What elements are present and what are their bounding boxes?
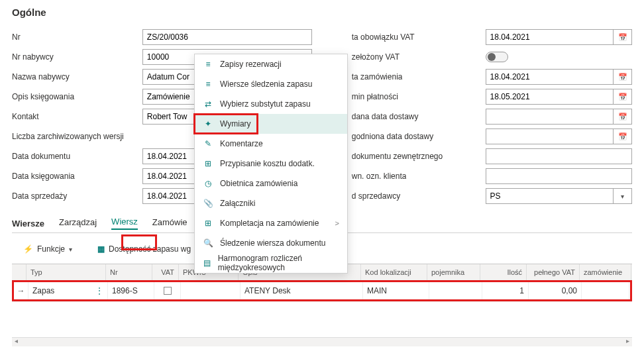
lines-section-label: Wiersze	[12, 219, 44, 229]
text-input[interactable]	[486, 148, 632, 164]
menu-icon: ◷	[203, 178, 213, 189]
menu-icon: ⊞	[203, 218, 213, 229]
cell-ilosc: 1	[482, 282, 529, 299]
highlight-row: → Zapas ⋮ 1896-S ATENY Desk MAIN 1 0,00	[12, 280, 632, 301]
cell-lok: MAIN	[363, 282, 429, 299]
cell-pelnvat: 0,00	[529, 282, 582, 299]
menu-icon: ≡	[203, 79, 213, 89]
col-kod-lok[interactable]: Kod lokalizacji	[361, 264, 427, 280]
dropdown-button[interactable]	[614, 188, 632, 204]
field-label: Data księgowania	[12, 172, 75, 181]
menu-label: Wybierz substytut zapasu	[220, 99, 311, 109]
menu-label: Śledzenie wiersza dokumentu	[220, 238, 325, 248]
menu-item[interactable]: 📎Załączniki	[195, 193, 347, 213]
cell-vat-checkbox[interactable]	[164, 287, 172, 295]
calendar-button[interactable]	[614, 109, 632, 125]
date-input[interactable]	[486, 109, 614, 125]
field-label: godniona data dostawy	[352, 132, 433, 141]
calendar-button[interactable]	[614, 89, 632, 105]
field-label: Nr nabywcy	[12, 52, 54, 62]
tab-zamowienie[interactable]: Zamówie	[152, 217, 188, 229]
cell-zam	[582, 282, 629, 299]
menu-label: Przypisanie kosztu dodatk.	[220, 159, 315, 168]
menu-icon: 📎	[203, 198, 213, 209]
field-label: ta zamówienia	[352, 72, 403, 81]
tab-wiersz[interactable]: Wiersz	[111, 217, 138, 230]
menu-item[interactable]: ◷Obietnica zamówienia	[195, 174, 347, 193]
tab-zarzadzaj[interactable]: Zarządzaj	[59, 217, 97, 229]
calendar-button[interactable]	[614, 69, 632, 85]
field-label: Liczba zarchiwizowanych wersji	[12, 132, 124, 141]
field-label: Nr	[12, 32, 21, 42]
lines-grid: Typ Nr VAT PKWiU Opis Kod lokalizacji po…	[12, 264, 632, 346]
cell-poj	[429, 282, 482, 299]
date-input[interactable]	[486, 89, 614, 105]
calendar-icon	[618, 112, 627, 121]
menu-label: Załączniki	[220, 199, 255, 208]
menu-item[interactable]: ⊞Przypisanie kosztu dodatk.	[195, 154, 347, 174]
menu-item[interactable]: ▤Harmonogram rozliczeń międzyokresowych	[195, 253, 347, 273]
menu-item[interactable]: ≡Wiersze śledzenia zapasu	[195, 74, 347, 94]
field-label: wn. ozn. klienta	[352, 172, 407, 181]
menu-label: Wymiary	[220, 119, 251, 128]
field-label: min płatności	[352, 92, 398, 101]
menu-icon: ⊞	[203, 158, 213, 169]
date-input[interactable]	[486, 29, 614, 45]
horizontal-scrollbar[interactable]	[12, 337, 632, 346]
menu-item[interactable]: ⊞Kompletacja na zamówienie>	[195, 213, 347, 233]
menu-item[interactable]: ✦Wymiary	[195, 114, 347, 134]
menu-icon: ▤	[203, 258, 211, 268]
menu-item[interactable]: 🔍Śledzenie wiersza dokumentu	[195, 233, 347, 253]
field-input[interactable]	[142, 29, 312, 45]
col-pojemnika[interactable]: pojemnika	[427, 264, 480, 280]
text-input[interactable]	[486, 168, 632, 184]
col-vat[interactable]: VAT	[152, 264, 179, 280]
cell-opis: ATENY Desk	[241, 282, 363, 299]
field-label: Nazwa nabywcy	[12, 72, 70, 81]
field-label: ta obowiązku VAT	[352, 32, 415, 42]
toolbar-dostepnosc-label: Dostępność zapasu wg	[109, 244, 191, 254]
menu-icon: ≡	[203, 59, 213, 70]
date-input[interactable]	[486, 69, 614, 85]
col-pelnego-vat[interactable]: pełnego VAT	[527, 264, 580, 280]
submenu-icon: >	[335, 219, 339, 227]
menu-label: Obietnica zamówienia	[220, 179, 297, 188]
context-menu: ≡Zapisy rezerwacji≡Wiersze śledzenia zap…	[194, 54, 348, 274]
menu-label: Zapisy rezerwacji	[220, 60, 282, 69]
calendar-icon	[618, 32, 627, 42]
field-label: Kontakt	[12, 112, 39, 121]
calendar-button[interactable]	[614, 128, 632, 144]
menu-item[interactable]: ≡Zapisy rezerwacji	[195, 54, 347, 74]
chevron-down-icon	[69, 244, 72, 254]
date-input[interactable]	[486, 128, 614, 144]
cell-typ: Zapas	[32, 286, 95, 295]
calendar-button[interactable]	[614, 29, 632, 45]
blank-rows	[12, 301, 632, 337]
row-indicator-icon: →	[14, 282, 28, 299]
menu-item[interactable]: ⇄Wybierz substytut zapasu	[195, 94, 347, 114]
menu-label: Komentarze	[220, 139, 263, 148]
calendar-icon	[618, 72, 627, 81]
cell-nr: 1896-S	[108, 282, 154, 299]
menu-label: Kompletacja na zamówienie	[220, 219, 319, 228]
menu-icon: 🔍	[203, 238, 213, 248]
table-row[interactable]: → Zapas ⋮ 1896-S ATENY Desk MAIN 1 0,00	[14, 282, 630, 299]
col-ilosc[interactable]: Ilość	[480, 264, 527, 280]
col-zamowienie[interactable]: zamówienie	[580, 264, 631, 280]
toolbar-dostepnosc[interactable]: ▦ Dostępność zapasu wg	[90, 241, 205, 257]
vat-toggle[interactable]	[486, 52, 508, 62]
toolbar-funkcje[interactable]: ⚡ Funkcje	[16, 241, 80, 257]
calendar-icon	[618, 92, 627, 101]
col-typ[interactable]: Typ	[27, 264, 106, 280]
select-input[interactable]	[486, 188, 614, 204]
cell-pkwiu	[181, 282, 241, 299]
menu-icon: ✎	[203, 138, 213, 149]
field-label: d sprzedawcy	[352, 191, 400, 201]
col-nr[interactable]: Nr	[106, 264, 152, 280]
field-label: zełożony VAT	[352, 52, 400, 62]
field-label: Data sprzedaży	[12, 191, 67, 201]
row-menu-icon[interactable]: ⋮	[95, 286, 103, 295]
bolt-icon: ⚡	[23, 244, 33, 254]
field-label: dokumentu zewnętrznego	[352, 152, 443, 161]
menu-item[interactable]: ✎Komentarze	[195, 134, 347, 154]
